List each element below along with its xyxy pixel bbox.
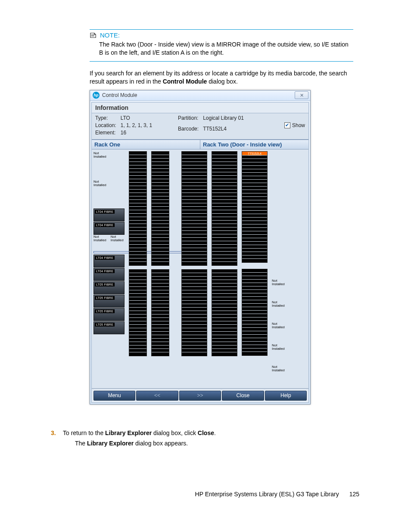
slot[interactable]: [212, 301, 237, 304]
slot[interactable]: [182, 152, 207, 155]
slot[interactable]: [212, 183, 237, 186]
slot[interactable]: [242, 200, 267, 204]
slot[interactable]: [182, 234, 207, 238]
slot[interactable]: [129, 311, 146, 314]
slot[interactable]: [212, 277, 237, 280]
slot[interactable]: [152, 318, 169, 321]
slot[interactable]: [242, 211, 267, 214]
slot[interactable]: [182, 238, 207, 241]
slot[interactable]: [182, 186, 207, 190]
slot[interactable]: [242, 162, 267, 166]
slot[interactable]: [152, 349, 169, 352]
slot[interactable]: [242, 224, 267, 228]
slot[interactable]: [212, 190, 237, 193]
slot[interactable]: [129, 165, 146, 169]
slot[interactable]: [242, 352, 267, 355]
slot[interactable]: [152, 314, 169, 318]
slot[interactable]: [129, 301, 146, 304]
slot[interactable]: [212, 332, 237, 335]
slot[interactable]: [242, 283, 267, 286]
slot[interactable]: [242, 159, 267, 162]
slot[interactable]: [182, 304, 207, 308]
slot[interactable]: [129, 183, 146, 186]
slot[interactable]: [182, 248, 207, 252]
slot[interactable]: [182, 311, 207, 314]
slot[interactable]: [242, 304, 267, 307]
slot[interactable]: [212, 234, 237, 238]
slot[interactable]: [212, 200, 237, 203]
slot[interactable]: [242, 228, 267, 231]
slot[interactable]: [242, 290, 267, 293]
slot[interactable]: [152, 231, 169, 234]
slot[interactable]: [182, 352, 207, 356]
slot[interactable]: [242, 345, 267, 348]
slot[interactable]: [182, 155, 207, 159]
slot[interactable]: [212, 214, 237, 217]
slot[interactable]: [242, 335, 267, 338]
slot[interactable]: [242, 342, 267, 345]
slot[interactable]: [212, 283, 237, 287]
slot[interactable]: [182, 339, 207, 342]
slot[interactable]: [152, 207, 169, 210]
slot[interactable]: [129, 325, 146, 328]
slot[interactable]: [212, 155, 237, 159]
slot[interactable]: [212, 210, 237, 214]
slot[interactable]: [152, 169, 169, 172]
slot[interactable]: [182, 332, 207, 335]
slot[interactable]: [182, 227, 207, 231]
slot[interactable]: [129, 349, 146, 352]
slot[interactable]: [129, 159, 146, 162]
slot[interactable]: [182, 335, 207, 339]
close-button[interactable]: ✕: [295, 91, 308, 99]
slot[interactable]: [242, 221, 267, 224]
slot[interactable]: [129, 155, 146, 159]
slot[interactable]: [242, 207, 267, 211]
slot[interactable]: [182, 345, 207, 349]
slot[interactable]: [212, 352, 237, 356]
slot[interactable]: [182, 183, 207, 186]
slot[interactable]: [182, 245, 207, 248]
slot[interactable]: [242, 218, 267, 221]
slot[interactable]: [129, 169, 146, 172]
slot[interactable]: [129, 238, 146, 241]
slot[interactable]: [152, 262, 169, 265]
slot[interactable]: [129, 352, 146, 356]
slot[interactable]: [212, 294, 237, 297]
slot[interactable]: [152, 190, 169, 193]
slot[interactable]: [129, 162, 146, 165]
slot[interactable]: [152, 186, 169, 190]
drive-bay[interactable]: LT05 FIBRE: [93, 295, 125, 308]
slot[interactable]: [152, 241, 169, 245]
rack-two-tab[interactable]: Rack Two (Door - Inside view): [200, 140, 308, 149]
drive-bay[interactable]: LT05 FIBRE: [93, 281, 125, 294]
slot[interactable]: [129, 179, 146, 183]
slot[interactable]: [152, 321, 169, 325]
slot[interactable]: [242, 269, 267, 273]
slot[interactable]: [152, 234, 169, 238]
slot[interactable]: [182, 294, 207, 297]
slot[interactable]: [242, 156, 267, 159]
slot[interactable]: [242, 245, 267, 249]
slot[interactable]: [129, 172, 146, 176]
slot[interactable]: [212, 335, 237, 339]
slot[interactable]: [152, 332, 169, 335]
slot[interactable]: [242, 204, 267, 207]
slot[interactable]: [212, 349, 237, 352]
slot[interactable]: [152, 238, 169, 241]
slot[interactable]: [212, 321, 237, 325]
slot[interactable]: [129, 287, 146, 290]
slot[interactable]: [182, 297, 207, 301]
slot[interactable]: [182, 325, 207, 328]
slot[interactable]: [242, 187, 267, 190]
slot[interactable]: [129, 152, 146, 155]
slot[interactable]: [242, 338, 267, 342]
slot[interactable]: [129, 196, 146, 200]
slot[interactable]: [212, 217, 237, 221]
slot[interactable]: [129, 214, 146, 217]
slot[interactable]: [152, 294, 169, 297]
slot[interactable]: [129, 241, 146, 245]
slot[interactable]: [242, 169, 267, 173]
slot[interactable]: [152, 342, 169, 345]
slot[interactable]: [152, 277, 169, 280]
slot[interactable]: [212, 165, 237, 169]
